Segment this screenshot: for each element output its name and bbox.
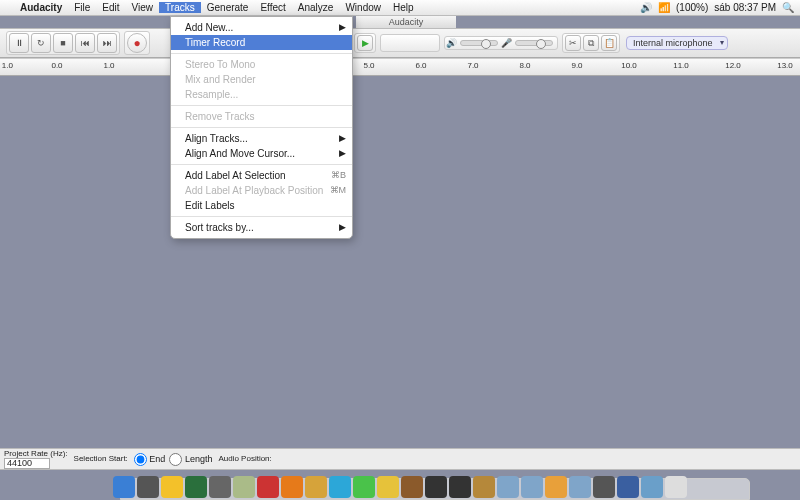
dock-icon-imovie[interactable] (425, 476, 447, 498)
dock-icon-firefox[interactable] (281, 476, 303, 498)
meter-toolbar (380, 34, 440, 52)
dock-icon-dashboard[interactable] (137, 476, 159, 498)
dock-icon-folder1[interactable] (497, 476, 519, 498)
input-volume-slider[interactable] (515, 40, 553, 46)
ruler-tick: 8.0 (510, 61, 540, 70)
menu-item-mix-and-render: Mix and Render (171, 72, 352, 87)
dock-icon-mines[interactable] (233, 476, 255, 498)
ruler-tick: - 1.0 (0, 61, 20, 70)
menu-item-sort-tracks-by[interactable]: Sort tracks by...▶ (171, 220, 352, 235)
dock-icon-idvd[interactable] (449, 476, 471, 498)
dock-icon-app1[interactable] (617, 476, 639, 498)
menubar-status: 🔊 📶 (100%) sáb 08:37 PM 🔍 (640, 2, 800, 13)
dock-icon-app2[interactable] (641, 476, 663, 498)
dock-icon-compass[interactable] (329, 476, 351, 498)
menu-item-add-label-at-playback-position: Add Label At Playback Position⌘M (171, 183, 352, 198)
dock-icon-system[interactable] (593, 476, 615, 498)
shortcut-label: ⌘B (331, 170, 346, 180)
project-rate-label: Project Rate (Hz): (4, 450, 68, 458)
ruler-tick: 7.0 (458, 61, 488, 70)
dock-icon-earth[interactable] (185, 476, 207, 498)
menu-item-add-label-at-selection[interactable]: Add Label At Selection⌘B (171, 168, 352, 183)
menu-separator (171, 105, 352, 106)
shortcut-label: ⌘M (330, 185, 347, 195)
battery-label: (100%) (676, 2, 708, 13)
menu-edit[interactable]: Edit (96, 2, 125, 13)
dock-icon-folder3[interactable] (569, 476, 591, 498)
submenu-arrow-icon: ▶ (339, 222, 346, 232)
menu-effect[interactable]: Effect (254, 2, 291, 13)
dock-icon-trash[interactable] (665, 476, 687, 498)
loop-button[interactable]: ↻ (31, 33, 51, 53)
play-button[interactable]: ▶ (357, 35, 373, 51)
record-toolbar: ● (124, 31, 150, 55)
menu-item-add-new[interactable]: Add New...▶ (171, 20, 352, 35)
menu-item-edit-labels[interactable]: Edit Labels (171, 198, 352, 213)
edit-toolbar: ✂ ⧉ 📋 (562, 33, 620, 53)
length-radio[interactable]: Length (169, 453, 212, 466)
skip-start-button[interactable]: ⏮ (75, 33, 95, 53)
menu-item-stereo-to-mono: Stereo To Mono (171, 57, 352, 72)
wifi-icon[interactable]: 📶 (658, 2, 670, 13)
tracks-dropdown: Add New...▶Timer RecordStereo To MonoMix… (170, 16, 353, 239)
dock-icon-folder2[interactable] (521, 476, 543, 498)
ruler-tick: 6.0 (406, 61, 436, 70)
dock-icon-garageband[interactable] (473, 476, 495, 498)
menu-help[interactable]: Help (387, 2, 420, 13)
paste-button[interactable]: 📋 (601, 35, 617, 51)
dock-icon-popcorn[interactable] (257, 476, 279, 498)
menu-window[interactable]: Window (339, 2, 387, 13)
ruler-tick: 12.0 (718, 61, 748, 70)
input-device-select[interactable]: Internal microphone (626, 36, 728, 50)
menu-item-align-and-move-cursor[interactable]: Align And Move Cursor...▶ (171, 146, 352, 161)
submenu-arrow-icon: ▶ (339, 133, 346, 143)
pause-button[interactable]: ⏸ (9, 33, 29, 53)
menu-tracks[interactable]: Tracks (159, 2, 201, 13)
dock-icon-chat[interactable] (305, 476, 327, 498)
mac-dock (0, 470, 800, 500)
output-volume-slider[interactable] (460, 40, 498, 46)
status-bar: Project Rate (Hz): 44100 Selection Start… (0, 448, 800, 470)
timeline-ruler[interactable]: - 1.00.01.05.06.07.08.09.010.011.012.013… (0, 58, 800, 76)
ruler-tick: 11.0 (666, 61, 696, 70)
menu-generate[interactable]: Generate (201, 2, 255, 13)
dock-icon-note[interactable] (401, 476, 423, 498)
window-title: Audacity (356, 16, 456, 28)
menu-item-resample: Resample... (171, 87, 352, 102)
ruler-tick: 10.0 (614, 61, 644, 70)
transport-toolbar: ⏸ ↻ ■ ⏮ ⏭ (6, 31, 120, 55)
output-vol-icon: 🔊 (446, 38, 457, 48)
dock-icon-finder[interactable] (113, 476, 135, 498)
project-rate-select[interactable]: 44100 (4, 458, 50, 469)
skip-end-button[interactable]: ⏭ (97, 33, 117, 53)
mixer-toolbar: 🔊 🎤 (444, 36, 558, 50)
dock-icon-itunes[interactable] (353, 476, 375, 498)
volume-icon[interactable]: 🔊 (640, 2, 652, 13)
end-radio[interactable]: End (134, 453, 166, 466)
record-button[interactable]: ● (127, 33, 147, 53)
cut-button[interactable]: ✂ (565, 35, 581, 51)
menu-item-timer-record[interactable]: Timer Record (171, 35, 352, 50)
submenu-arrow-icon: ▶ (339, 148, 346, 158)
ruler-tick: 0.0 (42, 61, 72, 70)
play-toolbar: ▶ (354, 33, 376, 53)
copy-button[interactable]: ⧉ (583, 35, 599, 51)
menu-view[interactable]: View (126, 2, 160, 13)
menu-item-align-tracks[interactable]: Align Tracks...▶ (171, 131, 352, 146)
menu-file[interactable]: File (68, 2, 96, 13)
clock-label: sáb 08:37 PM (714, 2, 776, 13)
dock-icon-star[interactable] (377, 476, 399, 498)
menu-item-remove-tracks: Remove Tracks (171, 109, 352, 124)
track-area[interactable] (0, 76, 800, 448)
dock-icon-duck[interactable] (161, 476, 183, 498)
dock-icon-utility[interactable] (209, 476, 231, 498)
app-name[interactable]: Audacity (14, 2, 68, 13)
menu-analyze[interactable]: Analyze (292, 2, 340, 13)
audio-position-label: Audio Position: (218, 455, 271, 463)
spotlight-icon[interactable]: 🔍 (782, 2, 794, 13)
dock-icon-audacity[interactable] (545, 476, 567, 498)
input-vol-icon: 🎤 (501, 38, 512, 48)
ruler-tick: 1.0 (94, 61, 124, 70)
stop-button[interactable]: ■ (53, 33, 73, 53)
submenu-arrow-icon: ▶ (339, 22, 346, 32)
